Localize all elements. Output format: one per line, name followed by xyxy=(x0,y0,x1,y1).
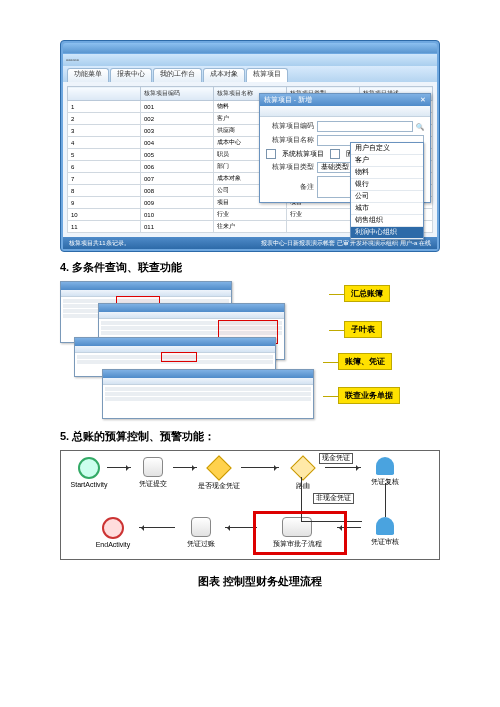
cell: 010 xyxy=(140,209,213,221)
field-name-label: 核算项目名称 xyxy=(266,136,314,145)
cell: 10 xyxy=(68,209,141,221)
section-5-title: 5. 总账的预算控制、预警功能： xyxy=(60,429,460,444)
cell: 7 xyxy=(68,173,141,185)
arrow xyxy=(241,467,279,468)
app-titlebar xyxy=(63,43,437,53)
dropdown-option[interactable]: 银行 xyxy=(351,179,423,191)
edge-cash: 现金凭证 xyxy=(319,453,353,464)
cell xyxy=(287,221,360,233)
cell: 6 xyxy=(68,161,141,173)
tab-strip[interactable]: 功能菜单报表中心我的工作台成本对象核算项目 xyxy=(63,66,437,82)
close-icon[interactable]: ✕ xyxy=(420,96,426,104)
cell: 9 xyxy=(68,197,141,209)
cell: 8 xyxy=(68,185,141,197)
tab-1[interactable]: 报表中心 xyxy=(110,68,152,82)
tab-3[interactable]: 成本对象 xyxy=(203,68,245,82)
sys-checkbox[interactable] xyxy=(266,149,276,159)
dialog-add[interactable]: 核算项目 - 新增 ✕ 核算项目编码 🔍 核算项目名称 系统核算项目 固定核算项… xyxy=(259,93,431,203)
dropdown-option[interactable]: 客户 xyxy=(351,155,423,167)
field-memo-label: 备注 xyxy=(266,183,314,192)
cell: 往来户 xyxy=(214,221,287,233)
cell: 1 xyxy=(68,101,141,113)
dropdown-option[interactable]: 用户自定义 xyxy=(351,143,423,155)
column-header[interactable]: 核算项目编码 xyxy=(140,87,213,101)
arrow xyxy=(139,527,175,528)
node-end: EndActivity xyxy=(89,517,137,548)
dropdown-option[interactable]: 公司 xyxy=(351,191,423,203)
status-left: 核算项目共11条记录。 xyxy=(69,239,130,248)
window-4[interactable] xyxy=(102,369,314,419)
dialog-toolbar[interactable] xyxy=(260,106,430,117)
node-start: StartActivity xyxy=(65,457,113,488)
callout-1: 汇总账簿 xyxy=(344,285,390,302)
cell: 001 xyxy=(140,101,213,113)
highlight-3 xyxy=(161,352,197,362)
callout-3: 账簿、凭证 xyxy=(338,353,392,370)
sys-label: 系统核算项目 xyxy=(282,150,324,159)
column-header[interactable] xyxy=(68,87,141,101)
callout-2: 子叶表 xyxy=(344,321,382,338)
lookup-icon[interactable]: 🔍 xyxy=(416,123,424,131)
arrow-v xyxy=(385,483,386,517)
tab-2[interactable]: 我的工作台 xyxy=(153,68,202,82)
budget-highlight xyxy=(253,511,347,555)
bind-checkbox[interactable] xyxy=(330,149,340,159)
toolbar-icon[interactable]: ▫▫▫▫▫▫ xyxy=(66,57,79,63)
dropdown-option[interactable]: 销售组织 xyxy=(351,215,423,227)
dialog-title: 核算项目 - 新增 xyxy=(264,96,312,105)
field-code-label: 核算项目编码 xyxy=(266,122,314,131)
field-type-label: 核算项目类型 xyxy=(266,163,314,172)
arrow xyxy=(107,467,131,468)
cell: 003 xyxy=(140,125,213,137)
type-dropdown[interactable]: 用户自定义客户物料银行公司城市销售组织利润中心组织 xyxy=(350,142,424,240)
cell: 009 xyxy=(140,197,213,209)
cell: 4 xyxy=(68,137,141,149)
workflow-diagram: StartActivity 凭证提交 是否现金凭证 路由 凭证复核 凭证审核 预… xyxy=(60,450,440,560)
tab-0[interactable]: 功能菜单 xyxy=(67,68,109,82)
dropdown-option[interactable]: 利润中心组织 xyxy=(351,227,423,239)
cell: 11 xyxy=(68,221,141,233)
cell: 行业 xyxy=(287,209,360,221)
tab-4[interactable]: 核算项目 xyxy=(246,68,288,82)
node-audit: 凭证审核 xyxy=(361,517,409,547)
cell: 011 xyxy=(140,221,213,233)
app-toolbar[interactable]: ▫▫▫▫▫▫ xyxy=(63,54,437,66)
field-type-value: 基础类型 xyxy=(321,163,349,172)
field-code-input[interactable] xyxy=(317,121,413,132)
cell: 007 xyxy=(140,173,213,185)
cell: 5 xyxy=(68,149,141,161)
cell: 005 xyxy=(140,149,213,161)
node-submit: 凭证提交 xyxy=(129,457,177,489)
section-4-title: 4. 多条件查询、联查功能 xyxy=(60,260,460,275)
figure-caption: 图表 控制型财务处理流程 xyxy=(60,574,460,589)
cell: 004 xyxy=(140,137,213,149)
node-iscash: 是否现金凭证 xyxy=(195,457,243,491)
figure-2: 汇总账簿 子叶表 账簿、凭证 联查业务单据 xyxy=(60,281,440,421)
arrow xyxy=(325,467,361,468)
dropdown-option[interactable]: 城市 xyxy=(351,203,423,215)
dropdown-option[interactable]: 物料 xyxy=(351,167,423,179)
callout-4: 联查业务单据 xyxy=(338,387,400,404)
app-window: ▫▫▫▫▫▫ 功能菜单报表中心我的工作台成本对象核算项目 核算项目编码核算项目名… xyxy=(60,40,440,252)
cell: 2 xyxy=(68,113,141,125)
cell: 008 xyxy=(140,185,213,197)
cell: 行业 xyxy=(214,209,287,221)
cell: 006 xyxy=(140,161,213,173)
cell: 3 xyxy=(68,125,141,137)
cell: 002 xyxy=(140,113,213,125)
arrow xyxy=(173,467,197,468)
node-post: 凭证过账 xyxy=(177,517,225,549)
